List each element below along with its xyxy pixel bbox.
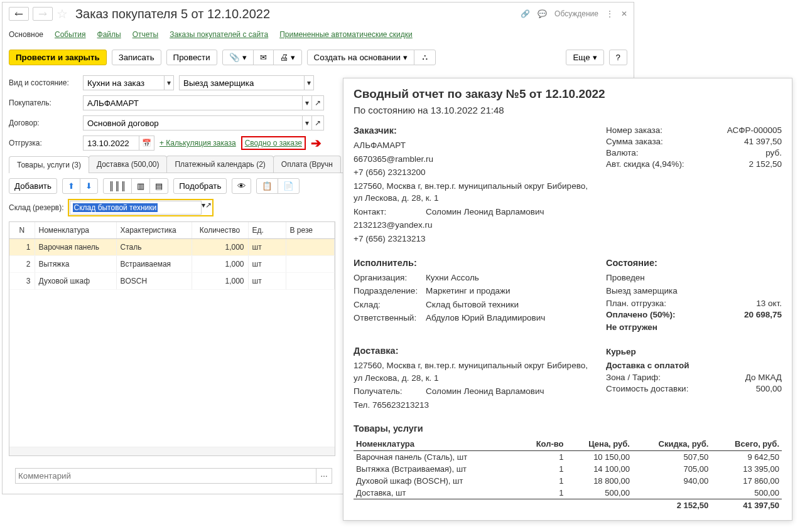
buyer-label: Покупатель:	[9, 98, 78, 107]
columns-button[interactable]: ▥	[131, 178, 150, 194]
paste-button[interactable]: 📄	[278, 178, 300, 194]
summary-link[interactable]: Сводно о заказе	[241, 136, 306, 150]
calendar-icon[interactable]: 📅	[139, 136, 154, 151]
kind-field[interactable]	[83, 75, 165, 90]
post-and-close-button[interactable]: Провести и закрыть	[9, 50, 107, 65]
col-unit[interactable]: Ед.	[248, 222, 286, 239]
move-up-button[interactable]: ⬆	[62, 178, 80, 194]
plan-date: 13 окт.	[756, 299, 782, 308]
delivery-zone: До МКАД	[745, 373, 782, 382]
copy-button[interactable]: 📋	[256, 178, 278, 194]
customer-name: АЛЬФАМАРТ	[354, 139, 593, 152]
warehouse-field[interactable]: Склад бытовой техники	[73, 203, 158, 212]
exec-org: Кухни Ассоль	[426, 272, 593, 284]
print-button[interactable]: 🖨▾	[273, 50, 302, 65]
calc-link[interactable]: + Калькуляция заказа	[159, 139, 236, 147]
order-cur: руб.	[765, 148, 782, 157]
col-nom[interactable]: Номенклатура	[35, 222, 116, 239]
contract-open[interactable]: ↗	[312, 115, 324, 130]
move-down-button[interactable]: ⬇	[80, 178, 98, 194]
comment-input[interactable]	[15, 468, 316, 484]
pick-button[interactable]: Подобрать	[173, 178, 227, 194]
col-n[interactable]: N	[9, 222, 35, 239]
h-scrollbar[interactable]	[9, 447, 335, 455]
state-dropdown[interactable]: ▾	[305, 75, 314, 90]
report-title: Сводный отчет по заказу №5 от 12.10.2022	[354, 87, 782, 101]
exec-dept: Маркетинг и продажи	[426, 285, 593, 297]
chat-icon[interactable]: 💬	[538, 9, 547, 18]
help-button[interactable]: ?	[609, 50, 627, 65]
delivery-recv: Соломин Леонид Варламович	[426, 385, 593, 398]
email-button[interactable]: ✉	[253, 50, 274, 65]
create-based-button[interactable]: Создать на основании ▾	[307, 50, 414, 65]
more-button[interactable]: Еще ▾	[566, 50, 603, 65]
delivery-paid: Доставка с оплатой	[606, 359, 782, 372]
printer-icon: 🖨	[280, 53, 288, 62]
clip-icon: 📎	[229, 53, 240, 62]
contract-field[interactable]	[83, 115, 303, 130]
state-stage: Выезд замерщика	[606, 285, 782, 297]
comment-expand[interactable]: …	[316, 468, 332, 484]
col-qty[interactable]: Количество	[192, 222, 248, 239]
tab-payment[interactable]: Платежный календарь (2)	[166, 156, 273, 173]
delivery-cost: 500,00	[756, 384, 782, 393]
ship-date-field[interactable]	[83, 136, 139, 151]
add-button[interactable]: Добавить	[9, 178, 57, 194]
item-total-row: 2 152,5041 397,50	[354, 499, 782, 512]
table-row[interactable]: 3Духовой шкафBOSCH1,000шт	[9, 273, 335, 290]
warehouse-open[interactable]: ↗	[205, 201, 212, 215]
contract-dropdown[interactable]: ▾	[303, 115, 312, 130]
discussion-link[interactable]: Обсуждение	[554, 9, 598, 18]
report-asof: По состоянию на 13.10.2022 21:48	[354, 105, 782, 115]
tab-pay-manual[interactable]: Оплата (Вручн	[273, 156, 341, 173]
tab-main[interactable]: Основное	[9, 30, 43, 39]
customer-email2: 2132123@yandex.ru	[354, 219, 593, 231]
state-notshipped: Не отгружен	[606, 321, 782, 334]
customer-h: Заказчик:	[354, 125, 593, 136]
tab-files[interactable]: Файлы	[97, 30, 121, 39]
item-row: Варочная панель (Сталь), шт110 150,00507…	[354, 451, 782, 464]
save-button[interactable]: Записать	[112, 50, 161, 65]
col-res[interactable]: В резе	[286, 222, 335, 239]
main-toolbar: Провести и закрыть Записать Провести 📎▾ …	[3, 45, 634, 70]
state-field[interactable]	[179, 75, 305, 90]
tab-events[interactable]: События	[55, 30, 86, 39]
back-button[interactable]: 🡐	[9, 7, 29, 21]
exec-resp: Абдулов Юрий Владимирович	[426, 312, 593, 324]
tree-icon: ⛬	[421, 53, 429, 62]
ship-label: Отгрузка:	[9, 139, 78, 147]
table-row[interactable]: 2ВытяжкаВстраиваемая1,000шт	[9, 256, 335, 273]
window-title: Заказ покупателя 5 от 12.10.2022	[75, 7, 270, 21]
buyer-open[interactable]: ↗	[312, 95, 324, 110]
col-char[interactable]: Характеристика	[116, 222, 192, 239]
buyer-field[interactable]	[83, 95, 303, 110]
paid-amount: 20 698,75	[744, 310, 782, 319]
forward-button[interactable]: 🡒	[33, 7, 53, 21]
tab-delivery[interactable]: Доставка (500,00)	[89, 156, 168, 173]
delivery-courier: Курьер	[606, 346, 782, 358]
items-table: Номенклатура Кол-во Цена, руб. Скидка, р…	[354, 437, 782, 511]
star-icon[interactable]: ☆	[57, 6, 68, 21]
tab-discounts[interactable]: Примененные автоматические скидки	[279, 30, 413, 39]
nav-tabs: Основное События Файлы Отчеты Заказы пок…	[3, 25, 634, 45]
order-num: АСФР-000005	[727, 125, 782, 135]
tab-reports[interactable]: Отчеты	[132, 30, 158, 39]
kind-dropdown[interactable]: ▾	[165, 75, 174, 90]
kebab-icon[interactable]: ⋮	[606, 9, 614, 18]
filter-button[interactable]: ▤	[149, 178, 168, 194]
tab-goods[interactable]: Товары, услуги (3)	[9, 156, 89, 173]
state-posted: Проведен	[606, 272, 782, 284]
order-sum: 41 397,50	[744, 137, 782, 146]
link-icon[interactable]: 🔗	[521, 9, 530, 18]
post-button[interactable]: Провести	[166, 50, 217, 65]
tab-site-orders[interactable]: Заказы покупателей с сайта	[170, 30, 268, 39]
preview-button[interactable]: 👁	[232, 178, 251, 194]
attach-button[interactable]: 📎▾	[222, 50, 254, 65]
structure-button[interactable]: ⛬	[414, 50, 436, 65]
barcode-button[interactable]: ║║║	[103, 178, 132, 194]
table-row[interactable]: 1Варочная панельСталь1,000шт	[9, 239, 335, 256]
buyer-dropdown[interactable]: ▾	[303, 95, 312, 110]
close-button[interactable]: ✕	[621, 9, 627, 18]
customer-addr: 127560, Москва г, вн.тер.г. муниципальны…	[354, 180, 593, 205]
items-h: Товары, услуги	[354, 423, 782, 434]
